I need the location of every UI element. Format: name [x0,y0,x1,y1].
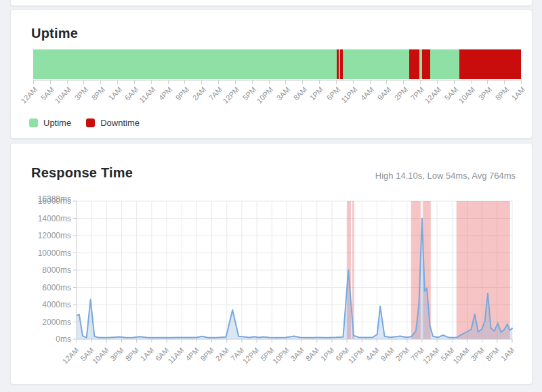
axis-label: 2PM [392,85,409,102]
svg-text:9PM: 9PM [199,346,215,362]
axis-tick [504,80,505,84]
axis-label: 2AM [190,85,207,102]
svg-text:1PM: 1PM [319,346,335,362]
axis-label: 1PM [308,85,325,102]
axis-tick [33,80,34,84]
svg-text:3PM: 3PM [108,346,125,362]
axis-tick [353,80,354,84]
axis-label: 6AM [123,85,140,102]
axis-tick [151,80,152,84]
axis-label: 6PM [325,85,341,102]
svg-text:11AM: 11AM [166,346,185,365]
axis-label: 12AM [423,85,443,105]
svg-text:10PM: 10PM [271,346,291,366]
axis-label: 8AM [291,85,308,102]
downtime-segment[interactable] [459,49,521,79]
status-page: Uptime 12AM5AM10AM3PM8PM1AM6AM11AM4PM9PM… [0,0,542,392]
svg-text:0ms: 0ms [56,334,71,344]
y-axis-labels: 0ms2000ms4000ms6000ms8000ms10000ms12000m… [38,194,77,344]
uptime-segment[interactable] [430,49,459,79]
downtime-segment[interactable] [422,49,430,79]
svg-text:8AM: 8AM [304,346,320,362]
uptime-bar [33,49,521,79]
svg-text:16388ms: 16388ms [38,194,71,204]
axis-label: 1AM [106,85,123,102]
axis-tick [319,80,320,84]
axis-tick [184,80,185,84]
axis-tick [471,80,472,84]
axis-tick [235,80,236,84]
uptime-legend: UptimeDowntime [29,118,140,128]
uptime-ticks [33,80,521,84]
uptime-card: Uptime 12AM5AM10AM3PM8PM1AM6AM11AM4PM9PM… [10,9,533,139]
legend-item-uptime[interactable]: Uptime [29,118,71,128]
axis-tick [302,80,303,84]
axis-label: 3AM [274,85,291,102]
axis-label: 3PM [476,85,493,102]
svg-text:6000ms: 6000ms [42,283,71,292]
axis-tick [285,80,286,84]
svg-text:9AM: 9AM [379,346,396,362]
axis-tick [454,80,455,84]
legend-swatch [86,118,95,127]
axis-label: 1AM [510,85,526,102]
grid [77,201,512,339]
svg-text:14000ms: 14000ms [38,214,71,223]
axis-tick [386,80,387,84]
axis-label: 9AM [375,85,392,102]
axis-tick [420,80,421,84]
svg-text:3PM: 3PM [470,346,486,362]
axis-tick [252,80,253,84]
axis-label: 10AM [53,85,72,105]
svg-text:2PM: 2PM [394,346,411,362]
svg-text:11PM: 11PM [346,346,365,365]
svg-text:4AM: 4AM [364,346,380,362]
svg-text:2000ms: 2000ms [42,318,71,327]
axis-label: 12AM [20,85,39,105]
svg-text:1AM: 1AM [139,346,155,362]
svg-text:8PM: 8PM [124,346,140,362]
axis-label: 10PM [255,85,274,105]
axis-tick [67,80,68,84]
axis-tick [487,80,488,84]
response-area [77,219,512,340]
axis-label: 4AM [359,85,375,102]
legend-item-downtime[interactable]: Downtime [86,118,140,128]
svg-text:10000ms: 10000ms [38,248,71,258]
axis-label: 8PM [89,85,106,102]
svg-text:12PM: 12PM [241,346,261,366]
axis-tick [370,80,371,84]
axis-tick [218,80,219,84]
axis-tick [83,80,84,84]
axis-tick [117,80,118,84]
uptime-card-title: Uptime [31,26,78,41]
axis-label: 9PM [173,85,190,102]
axis-label: 12PM [222,85,241,105]
svg-text:12000ms: 12000ms [38,231,71,240]
axis-tick [336,80,337,84]
axis-label: 10AM [457,85,476,105]
axis-tick [403,80,404,84]
response-time-chart: 0ms2000ms4000ms6000ms8000ms10000ms12000m… [11,144,533,385]
axis-tick [134,80,135,84]
axis-label: 11AM [138,85,157,104]
axis-tick [521,80,522,84]
svg-text:10AM: 10AM [91,346,110,366]
uptime-segment[interactable] [343,49,409,79]
svg-text:10AM: 10AM [451,346,471,366]
downtime-segment[interactable] [409,49,419,79]
axis-label: 8PM [493,85,509,102]
axis-tick [269,80,270,84]
axis-tick [50,80,51,84]
svg-text:8000ms: 8000ms [42,265,71,275]
axis-label: 11PM [339,85,358,104]
svg-text:2AM: 2AM [214,346,230,362]
x-axis-labels: 12AM5AM10AM3PM8PM1AM6AM11AM4PM9PM2AM7AM1… [61,339,516,366]
previous-card-partial [10,0,533,6]
axis-label: 3PM [72,85,89,102]
svg-text:4000ms: 4000ms [42,300,71,309]
svg-text:3AM: 3AM [289,346,306,362]
uptime-segment[interactable] [33,49,337,79]
axis-label: 4PM [157,85,173,102]
svg-text:12AM: 12AM [61,346,81,366]
